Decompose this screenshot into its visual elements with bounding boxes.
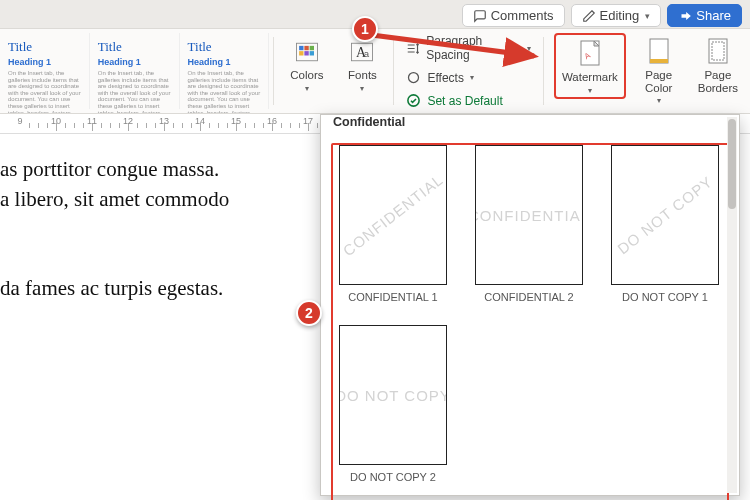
ruler-number: 14 [195,116,205,126]
watermark-thumbnail: DO NOT COPY [611,145,719,285]
watermark-text: CONFIDENTIAL [475,207,583,224]
body-text: da fames ac turpis egestas. [0,276,223,300]
style-title: Title [98,39,171,55]
ruler-number: 12 [123,116,133,126]
scrollbar-thumb[interactable] [728,119,736,209]
page-color-label: Page Color [645,69,672,94]
watermark-option-label: CONFIDENTIAL 2 [484,291,573,303]
svg-rect-4 [299,51,303,55]
watermark-option-label: DO NOT COPY 2 [350,471,436,483]
share-icon [678,9,692,23]
chevron-down-icon: ▾ [588,86,592,95]
watermark-text: CONFIDENTIAL [340,171,447,260]
ruler-number: 17 [303,116,313,126]
comment-icon [473,9,487,23]
style-set-gallery[interactable]: Title Heading 1 On the Insert tab, the g… [0,29,269,113]
svg-rect-5 [304,51,308,55]
page-color-icon [644,37,674,67]
body-text: as porttitor congue massa. [0,157,219,181]
ruler-number: 10 [51,116,61,126]
svg-rect-15 [650,59,668,63]
style-body: On the Insert tab, the galleries include… [188,70,261,113]
watermark-thumbnail: CONFIDENTIAL [475,145,583,285]
chevron-down-icon: ▾ [645,11,650,21]
watermark-button[interactable]: A Watermark ▾ [554,33,626,99]
style-set-option[interactable]: Title Heading 1 On the Insert tab, the g… [0,33,90,109]
chevron-down-icon: ▾ [360,84,364,93]
comments-button[interactable]: Comments [462,4,565,27]
watermark-text: DO NOT COPY [614,173,716,258]
page-borders-label: Page Borders [698,69,738,94]
ruler-number: 11 [87,116,97,126]
svg-rect-3 [309,46,313,50]
watermark-option[interactable]: DO NOT COPYDO NOT COPY 2 [339,325,447,483]
style-heading: Heading 1 [98,57,171,67]
pencil-icon [582,9,596,23]
annotation-callout-1: 1 [352,16,378,42]
style-set-option[interactable]: Title Heading 1 On the Insert tab, the g… [90,33,180,109]
set-as-default-button[interactable]: Set as Default [402,92,535,109]
editing-label: Editing [600,8,640,23]
gallery-scrollbar[interactable] [727,117,737,493]
ruler-number: 15 [231,116,241,126]
style-title: Title [188,39,261,55]
ruler-number: 9 [17,116,22,126]
body-text: a libero, sit amet commodo [0,187,229,211]
callout-number: 2 [305,305,313,321]
watermark-option[interactable]: CONFIDENTIALCONFIDENTIAL 1 [339,145,447,303]
style-body: On the Insert tab, the galleries include… [98,70,171,113]
chevron-down-icon: ▾ [305,84,309,93]
page-borders-button[interactable]: Page Borders [692,33,744,96]
svg-line-18 [364,34,534,56]
style-heading: Heading 1 [8,57,81,67]
callout-number: 1 [361,21,369,37]
watermark-option-label: CONFIDENTIAL 1 [348,291,437,303]
watermark-thumbnail: DO NOT COPY [339,325,447,465]
svg-rect-2 [304,46,308,50]
style-set-option[interactable]: Title Heading 1 On the Insert tab, the g… [180,33,270,109]
colors-icon [292,37,322,67]
style-heading: Heading 1 [188,57,261,67]
watermark-label: Watermark [562,71,618,84]
watermark-gallery-panel: Confidential CONFIDENTIALCONFIDENTIAL 1C… [320,114,740,496]
colors-label: Colors [290,69,323,82]
ruler-number: 13 [159,116,169,126]
watermark-option-label: DO NOT COPY 1 [622,291,708,303]
set-default-label: Set as Default [427,94,502,108]
style-title: Title [8,39,81,55]
watermark-thumbnail: CONFIDENTIAL [339,145,447,285]
share-label: Share [696,8,731,23]
chevron-down-icon: ▾ [657,96,661,105]
editing-mode-button[interactable]: Editing ▾ [571,4,662,27]
annotation-callout-2: 2 [296,300,322,326]
watermark-option[interactable]: CONFIDENTIALCONFIDENTIAL 2 [475,145,583,303]
svg-rect-1 [299,46,303,50]
page-borders-icon [703,37,733,67]
ruler-number: 16 [267,116,277,126]
page-color-button[interactable]: Page Color ▾ [638,33,680,107]
colors-button[interactable]: Colors ▾ [284,33,329,95]
separator [273,37,274,105]
svg-rect-6 [309,51,313,55]
watermark-text: DO NOT COPY [339,387,447,404]
style-body: On the Insert tab, the galleries include… [8,70,81,113]
comments-label: Comments [491,8,554,23]
gallery-section-title: Confidential [331,115,407,135]
share-button[interactable]: Share [667,4,742,27]
watermark-icon: A [575,39,605,69]
watermark-option[interactable]: DO NOT COPYDO NOT COPY 1 [611,145,719,303]
check-circle-icon [406,93,421,108]
